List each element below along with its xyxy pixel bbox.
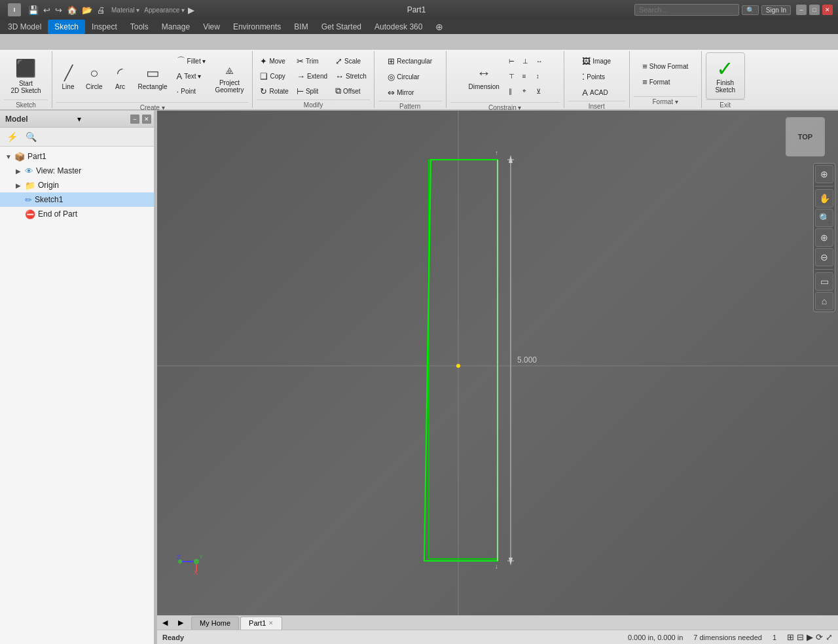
format-btn[interactable]: ≡ Format [639, 75, 691, 90]
expander-view-master[interactable]: ▶ [16, 168, 25, 175]
bottom-icon-5[interactable]: ⤢ [826, 632, 833, 642]
circular-btn[interactable]: ◎ Circular [384, 69, 435, 84]
menu-getstarted[interactable]: Get Started [315, 20, 368, 34]
constraint2-btn[interactable]: ⊤ [505, 69, 518, 83]
move-btn[interactable]: ✦ Move [257, 54, 291, 68]
arc-btn[interactable]: ◜ Arc [109, 54, 132, 101]
rectangle-btn[interactable]: ▭ Rectangle [134, 54, 172, 101]
constraint9-btn[interactable]: ⊻ [533, 84, 546, 98]
sidebar-dropdown[interactable]: ▾ [77, 115, 81, 124]
qa-undo[interactable]: ↩ [42, 4, 52, 16]
menu-tools[interactable]: Tools [124, 20, 155, 34]
tab-part1-close[interactable]: ✕ [268, 620, 274, 626]
bottom-icon-1[interactable]: ⊞ [787, 632, 794, 642]
menu-a360[interactable]: Autodesk 360 [368, 20, 429, 34]
nav-fit-btn[interactable]: ▭ [815, 272, 833, 291]
nav-zoom-btn[interactable]: 🔍 [815, 209, 833, 227]
sidebar-resize-handle[interactable] [154, 111, 156, 644]
material-dropdown[interactable]: Material ▾ [111, 7, 139, 14]
maximize-btn[interactable]: □ [809, 5, 820, 15]
line-btn[interactable]: ╱ Line [56, 54, 80, 101]
show-format-btn[interactable]: ≡ Show Format [639, 60, 691, 74]
split-btn[interactable]: ⊢ Split [293, 84, 331, 98]
rectangular-btn[interactable]: ⊞ Rectangular [384, 54, 435, 68]
tab-nav-left[interactable]: ◀ [160, 618, 170, 627]
menu-manage[interactable]: Manage [155, 20, 196, 34]
tree-item-part1[interactable]: ▼ 📦 Part1 [0, 149, 156, 164]
expander-part1[interactable]: ▼ [5, 153, 14, 160]
viewcube[interactable]: TOP [786, 117, 825, 156]
search-btn[interactable]: 🔍 [742, 5, 759, 15]
search-input[interactable] [634, 4, 739, 16]
mirror-btn[interactable]: ⇔ Mirror [384, 85, 435, 99]
constraint3-btn[interactable]: ∥ [505, 84, 518, 98]
svg-marker-8 [424, 160, 498, 561]
tab-my-home[interactable]: My Home [191, 617, 239, 630]
dimension-label: Dimension [469, 83, 500, 90]
menu-3dmodel[interactable]: 3D Model [1, 20, 48, 34]
constraint1-btn[interactable]: ⊢ [505, 54, 518, 68]
scale-btn[interactable]: ⤢ Scale [332, 54, 370, 68]
menu-sketch[interactable]: Sketch [48, 20, 85, 34]
fillet-btn[interactable]: ⌒ Fillet ▾ [173, 54, 210, 68]
qa-print[interactable]: 🖨 [96, 4, 107, 16]
expander-origin[interactable]: ▶ [16, 182, 25, 189]
menu-more[interactable]: ⊕ [429, 20, 450, 34]
project-geometry-btn[interactable]: ⟁ ProjectGeometry [211, 54, 249, 101]
text-btn[interactable]: A Text ▾ [173, 69, 210, 83]
image-btn[interactable]: 🖼 Image [579, 54, 614, 68]
sidebar-close-btn[interactable]: ✕ [142, 115, 151, 124]
extend-btn[interactable]: → Extend [293, 69, 331, 83]
menu-inspect[interactable]: Inspect [85, 20, 124, 34]
menu-bim[interactable]: BIM [287, 20, 314, 34]
nav-zoomin-btn[interactable]: ⊕ [815, 228, 833, 247]
tree-item-view-master[interactable]: ▶ 👁 View: Master [0, 164, 156, 178]
close-btn[interactable]: ✕ [822, 5, 833, 15]
point-btn[interactable]: · Point [173, 84, 210, 98]
sidebar-minimize-btn[interactable]: – [130, 115, 139, 124]
bottom-icon-3[interactable]: ▶ [807, 632, 813, 642]
minimize-btn[interactable]: – [796, 5, 807, 15]
tree-item-end-of-part[interactable]: ⛔ End of Part [0, 207, 156, 221]
bottom-icon-4[interactable]: ⟳ [816, 632, 823, 642]
circle-btn[interactable]: ○ Circle [81, 54, 107, 101]
acad-btn[interactable]: A ACAD [579, 85, 614, 99]
start-2d-sketch-btn[interactable]: ⬛ Start2D Sketch [6, 52, 45, 99]
constraint4-btn[interactable]: ⊥ [519, 54, 532, 68]
menu-view[interactable]: View [196, 20, 227, 34]
search-tree-btn[interactable]: 🔍 [23, 130, 39, 143]
bottom-icon-2[interactable]: ⊟ [797, 632, 804, 642]
qa-redo[interactable]: ↪ [54, 4, 64, 16]
qa-open[interactable]: 📂 [81, 4, 94, 16]
points-btn[interactable]: ⁚ Points [579, 69, 614, 84]
finish-sketch-btn[interactable]: ✓ FinishSketch [706, 52, 745, 99]
appearance-dropdown[interactable]: Appearance ▾ [144, 7, 185, 14]
copy-btn[interactable]: ❑ Copy [257, 69, 291, 83]
tree-item-origin[interactable]: ▶ 📁 Origin [0, 178, 156, 192]
qa-save[interactable]: 💾 [27, 4, 40, 16]
dimension-btn[interactable]: ↔ Dimension [464, 54, 504, 101]
menu-environments[interactable]: Environments [227, 20, 287, 34]
filter-btn[interactable]: ⚡ [4, 130, 20, 143]
nav-orbit-btn[interactable]: ⊕ [815, 165, 833, 183]
stretch-btn[interactable]: ↔ Stretch [332, 69, 370, 83]
constraint6-btn[interactable]: ⌖ [519, 84, 532, 98]
constraint7-btn[interactable]: ↔ [533, 54, 546, 68]
tab-nav-right[interactable]: ▶ [175, 618, 186, 627]
qa-home[interactable]: 🏠 [65, 4, 79, 16]
trim-btn[interactable]: ✂ Trim [293, 54, 331, 68]
qa-more[interactable]: ▶ [187, 4, 196, 16]
constraint5-btn[interactable]: ≡ [519, 69, 532, 83]
nav-pan-btn[interactable]: ✋ [815, 189, 833, 207]
tab-part1[interactable]: Part1 ✕ [240, 617, 282, 630]
nav-zoomout-btn[interactable]: ⊖ [815, 248, 833, 266]
viewport[interactable]: 5.000 ↑ ↓ TOP ⊕ ✋ 🔍 ⊕ [157, 111, 838, 615]
sign-in-btn[interactable]: Sign In [761, 5, 791, 15]
tab-my-home-label: My Home [200, 619, 230, 627]
constraint8-btn[interactable]: ↕ [533, 69, 546, 83]
rotate-btn[interactable]: ↻ Rotate [257, 84, 291, 98]
offset-btn[interactable]: ⧉ Offset [332, 84, 370, 98]
tree-item-sketch1[interactable]: ✏ Sketch1 [0, 192, 156, 207]
nav-home-btn[interactable]: ⌂ [815, 292, 833, 310]
doc-title: Part1 [407, 5, 426, 14]
